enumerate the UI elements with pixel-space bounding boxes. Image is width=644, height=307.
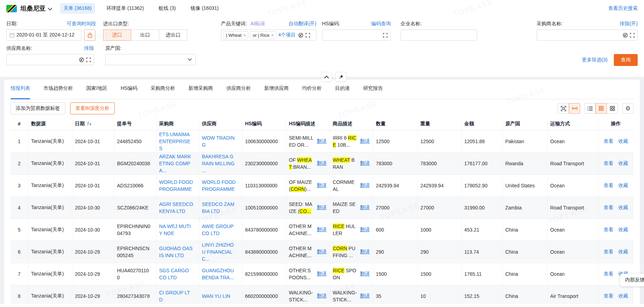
expand-icon[interactable]	[86, 58, 91, 62]
translate-link[interactable]: 翻译	[317, 293, 327, 299]
translate-link[interactable]: 翻译	[317, 271, 327, 277]
buyer-link[interactable]: ETS UMAIMA ENTERPRISES	[159, 131, 194, 152]
buyer-input-box[interactable]	[537, 29, 638, 41]
fit-screen-button[interactable]	[558, 103, 569, 114]
buyer-link[interactable]: SGS CARGO CO LTD	[159, 267, 194, 281]
tab-5[interactable]: 采购商分析	[150, 85, 175, 99]
supplier-input[interactable]	[9, 57, 77, 62]
translate-link[interactable]: 翻译	[360, 182, 370, 189]
translate-link[interactable]: 翻译	[360, 249, 370, 255]
auto-translate-link[interactable]: 自动翻译(开)	[289, 21, 316, 27]
collapse-filters-button[interactable]	[321, 72, 332, 82]
buyer-exclude-link[interactable]: 排除(开)	[620, 21, 638, 27]
trade-type-option-1[interactable]: 进口	[103, 29, 131, 41]
favorite-link[interactable]: 收藏	[618, 182, 628, 189]
view-link[interactable]: 查看	[604, 160, 613, 167]
company-input-box[interactable]	[401, 29, 477, 41]
hs-code-input-box[interactable]	[322, 29, 391, 41]
view-history-link[interactable]: 查看历史搜索	[608, 5, 638, 12]
translate-link[interactable]: 翻译	[317, 205, 327, 211]
view-link[interactable]: 查看	[604, 271, 613, 277]
translate-link[interactable]: 翻译	[360, 138, 370, 145]
tab-9[interactable]: 均价分析	[302, 85, 322, 99]
supplier-link[interactable]: WAN YU LIN	[202, 293, 237, 300]
close-icon[interactable]: ×	[271, 33, 274, 38]
buyer-link[interactable]: NA WEJ MUTIY NOE	[159, 223, 194, 237]
supplier-link[interactable]: WOW TRADING	[202, 134, 237, 148]
view-link[interactable]: 查看	[604, 227, 613, 233]
supplier-link[interactable]: GUANGZHOU BENDA TRA...	[202, 267, 237, 281]
grid-large-view-button[interactable]	[607, 103, 618, 114]
fit-width-button[interactable]	[569, 103, 580, 114]
buyer-link[interactable]: WORLD FOOD PROGRAMME	[159, 179, 194, 193]
sort-icon[interactable]	[87, 121, 92, 126]
ai-expand-link[interactable]: AI拓词	[250, 21, 265, 27]
supplier-exclude-link[interactable]: 排除	[84, 45, 94, 52]
translate-link[interactable]: 翻译	[360, 227, 370, 233]
supplier-link[interactable]: LINYI ZHIZHOU FINANCIAL C...	[202, 241, 237, 262]
buyer-link[interactable]: CI GROUP LTD	[159, 289, 194, 303]
view-link[interactable]: 查看	[604, 249, 613, 255]
expand-icon[interactable]	[630, 33, 635, 38]
view-link[interactable]: 查看	[604, 205, 613, 211]
favorite-link[interactable]: 收藏	[618, 227, 628, 233]
favorite-link[interactable]: 收藏	[618, 249, 628, 255]
search-button[interactable]: 查询	[614, 54, 638, 66]
seal-icon[interactable]	[79, 57, 84, 62]
favorite-link[interactable]: 收藏	[618, 160, 628, 167]
dataset-tab-3[interactable]: 航线 (3)	[155, 3, 179, 14]
tab-10[interactable]: 目的港	[335, 85, 350, 99]
view-link[interactable]: 查看	[604, 182, 613, 189]
tab-6[interactable]: 新增采购商	[188, 85, 213, 99]
keyword-more-link[interactable]: 4个项目	[278, 32, 296, 38]
seal-icon[interactable]	[298, 33, 303, 38]
add-trade-tag-button[interactable]: 添加为贸易数据标签	[11, 102, 65, 114]
translate-link[interactable]: 翻译	[360, 205, 370, 211]
hs-code-input[interactable]	[325, 32, 381, 38]
trade-type-option-3[interactable]: 进出口	[159, 29, 187, 41]
trade-type-option-2[interactable]: 出口	[131, 29, 159, 41]
tab-4[interactable]: HS编码	[121, 85, 137, 99]
buyer-link[interactable]: ARZAK MARKETING COMPA...	[159, 153, 194, 174]
close-icon[interactable]: ×	[243, 33, 246, 38]
buyer-input[interactable]	[540, 32, 620, 38]
dataset-tab-1[interactable]: 关单 (36168)	[60, 3, 95, 14]
translate-link[interactable]: 翻译	[317, 227, 327, 233]
origin-country-select[interactable]	[105, 54, 196, 65]
favorite-link[interactable]: 收藏	[618, 138, 628, 145]
dataset-tab-2[interactable]: 环球提单 (11362)	[103, 3, 147, 14]
translate-link[interactable]: 翻译	[317, 160, 327, 167]
company-input[interactable]	[404, 32, 474, 38]
tab-8[interactable]: 新增供应商	[264, 85, 289, 99]
supplier-link[interactable]: SEEDCO ZAMBIA LTD	[202, 201, 237, 215]
translate-link[interactable]: 翻译	[360, 293, 370, 299]
translate-link[interactable]: 翻译	[360, 271, 370, 277]
favorite-link[interactable]: 收藏	[618, 205, 628, 211]
tab-11[interactable]: 研究报告	[363, 85, 383, 99]
lock-date-button[interactable]	[84, 29, 95, 41]
supplier-link[interactable]: BAKHRESA GRAIN MILLING ...	[202, 153, 237, 174]
dataset-tab-4[interactable]: 镜像 (16031)	[187, 3, 222, 14]
grid-small-view-button[interactable]	[596, 103, 607, 114]
tab-1[interactable]: 情报列表	[11, 85, 30, 99]
view-link[interactable]: 查看	[604, 293, 613, 299]
query-period-link[interactable]: 可查询时间段	[67, 21, 96, 27]
view-link[interactable]: 查看	[604, 138, 613, 145]
supplier-link[interactable]: AWIE GROUP CO LTD	[202, 223, 237, 237]
internal-feedback-tab[interactable]: 内部反馈	[620, 274, 644, 286]
tab-7[interactable]: 供应商分析	[226, 85, 251, 99]
expand-icon[interactable]	[383, 33, 388, 38]
translate-link[interactable]: 翻译	[317, 249, 327, 255]
pin-filters-button[interactable]	[335, 72, 347, 82]
expand-icon[interactable]	[306, 33, 310, 38]
supplier-link[interactable]: WORLD FOOD PROGRAMME	[202, 179, 237, 193]
tab-3[interactable]: 国家/地区	[86, 85, 107, 99]
more-filters-link[interactable]: 更多筛选(3)	[582, 57, 608, 63]
translate-link[interactable]: 翻译	[317, 182, 327, 189]
code-query-link[interactable]: 编码查询	[371, 21, 391, 27]
keyword-input[interactable]: | Wheat×or | Rice×4个项目	[221, 29, 316, 41]
date-range-input[interactable]: 2020-01-01 至 2024-12-12	[6, 29, 81, 41]
translate-link[interactable]: 翻译	[360, 160, 370, 167]
view-bi-analysis-button[interactable]: 查看BI深度分析	[70, 102, 115, 114]
seal-icon[interactable]	[623, 33, 628, 38]
